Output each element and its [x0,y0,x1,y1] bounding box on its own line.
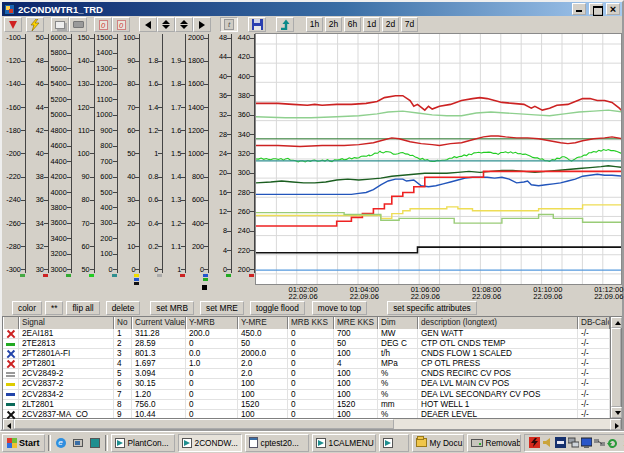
column-header[interactable]: Current Value [132,317,186,329]
start-button[interactable]: Start [2,434,45,452]
color-button[interactable]: color [12,301,42,315]
range-button-2h[interactable]: 2h [325,17,342,32]
splitter-handle[interactable] [202,285,207,290]
cell-ymrb: 0 [186,339,238,349]
table-row[interactable]: 2PT280141.6971.02.004MPaCP OTL PRESS-/- [3,359,610,369]
table-row[interactable]: 2TE2813228.59050050DEG CCTP OTL CNDS TEM… [3,339,610,349]
copy-window-button[interactable] [51,17,69,32]
range-button-1h[interactable]: 1h [306,17,323,32]
range-button-6h[interactable]: 6h [344,17,361,32]
trend-plot[interactable] [255,33,622,285]
table-header[interactable]: SignalNoCurrent ValueY-MRBY-MREMRB KKSMR… [3,317,610,329]
connection-tray-icon[interactable] [594,437,605,448]
flip-all-button[interactable]: flip all [66,301,99,315]
axis-tick-label: 46 [26,80,44,87]
table-horizontal-scrollbar[interactable] [3,418,621,429]
scroll-down-icon[interactable] [611,407,622,418]
task-button-cptest20-[interactable]: cptest20... [245,434,309,452]
axis-tick-label: 1 [163,266,181,273]
cell-mrekks: 100 [334,349,378,359]
volume-tray-icon[interactable] [542,437,553,448]
column-header[interactable]: Dim [378,317,418,329]
table-row[interactable]: 2CV2849-253.09402.00100%CNDS RECIRC CV P… [3,369,610,379]
cell-db: -/- [578,379,610,389]
scroll-left-button[interactable] [139,17,157,32]
column-header[interactable]: Signal [19,317,114,329]
scroll-right-button[interactable] [193,17,211,32]
spinner-left-button[interactable] [157,17,175,32]
axis-tick-label: 300 [95,219,113,226]
system-tray: 1:20 [524,434,624,452]
column-header[interactable]: description (longtext) [418,317,578,329]
reset-zero-right-button[interactable]: 0 [112,17,130,32]
range-button-7d[interactable]: 7d [401,17,418,32]
table-vertical-scrollbar[interactable] [610,317,621,418]
scroll-right-arrow-icon[interactable] [610,419,621,430]
channels-icon[interactable] [88,436,102,450]
export-button[interactable] [276,17,294,32]
taskbar-separator [48,435,51,451]
axis-tick-label: 100 [72,150,90,157]
task-button-plantcon-[interactable]: PlantCon... [111,434,175,452]
network-tray-icon[interactable] [568,437,579,448]
toggle-flood-button[interactable]: toggle flood [250,301,305,315]
table-row[interactable]: 2FT2801A-FI3801.30.02000.00100t/hCNDS FL… [3,349,610,359]
task-button-2condw-[interactable]: 2CONDW... [178,434,242,452]
task-button-4[interactable] [379,434,409,452]
scroll-up-icon[interactable] [611,317,622,328]
task-button-removab-[interactable]: Removab... [467,434,521,452]
time-tick-label: 01:12:0022.09.06 [594,286,623,300]
language-tray-icon[interactable] [555,437,566,448]
table-row[interactable]: 2CV2837-2630.1501000100%DEA LVL MAIN CV … [3,379,610,389]
spinner-right-button[interactable] [175,17,193,32]
trend-line-red-top [256,96,622,112]
axis-tick-label: 1000 [186,150,204,157]
minimize-button[interactable] [572,3,586,15]
lightning-button[interactable] [26,17,44,32]
sync-tray-icon[interactable] [607,437,618,448]
save-button[interactable] [248,17,266,32]
titlebar[interactable]: 2CONDWTR1_TRD [2,2,622,16]
--button[interactable]: ** [45,301,63,315]
time-tick-label: 01:08:0022.09.06 [472,286,501,300]
delete-button[interactable]: delete [106,301,141,315]
trend-trigger-button[interactable] [4,17,22,32]
cell-desc: DEA LVL SECONDARY CV POS [418,390,578,400]
axis-tick-label: 1.3 [163,196,181,203]
axis-tick-label: 48 [26,57,44,64]
table-row[interactable]: 2EAI1811311.28200.0450.00700MWGEN WATT-/… [3,329,610,339]
alarm-tray-icon[interactable] [529,437,540,448]
cell-mrekks: 100 [334,369,378,379]
horizontal-scroll-thumb[interactable] [14,419,394,429]
display-tray-icon[interactable] [581,437,592,448]
scroll-left-arrow-icon[interactable] [3,419,14,430]
range-button-1d[interactable]: 1d [363,17,380,32]
set-specific-attributes-button[interactable]: set specific attributes [387,301,476,315]
range-button-2d[interactable]: 2d [382,17,399,32]
print-button[interactable] [69,17,87,32]
show-desktop-icon[interactable] [71,436,85,450]
reset-zero-left-button[interactable]: 0 [94,17,112,32]
column-header[interactable]: No [114,317,132,329]
set-mrb-button[interactable]: set MRB [150,301,194,315]
column-header[interactable]: Y-MRB [186,317,238,329]
vertical-scroll-thumb[interactable] [611,328,621,407]
task-button-1calmenu[interactable]: 1CALMENU [312,434,376,452]
table-row[interactable]: 2CV2834-271.2001000100%DEA LVL SECONDARY… [3,390,610,400]
maximize-button[interactable] [589,3,603,15]
move-to-top-button[interactable]: move to top [312,301,367,315]
cell-ymrb: 0 [186,400,238,410]
column-header[interactable] [3,317,19,329]
column-header[interactable]: DB-CalcF [578,317,610,329]
set-mre-button[interactable]: set MRE [200,301,244,315]
axis-tick-label: 0.4 [140,220,158,227]
column-header[interactable]: MRB KKS [288,317,334,329]
column-header[interactable]: MRE KKS [334,317,378,329]
task-button-my-docu-[interactable]: My Docu... [412,434,464,452]
table-row[interactable]: 2LT28018756.00152001520mmHOT WELL 1-/- [3,400,610,410]
internet-explorer-icon[interactable]: e [54,436,68,450]
cell-desc: DEA LVL MAIN CV POS [418,379,578,389]
close-button[interactable] [606,3,620,15]
time-mode-button[interactable]: t [220,17,238,32]
column-header[interactable]: Y-MRE [238,317,288,329]
